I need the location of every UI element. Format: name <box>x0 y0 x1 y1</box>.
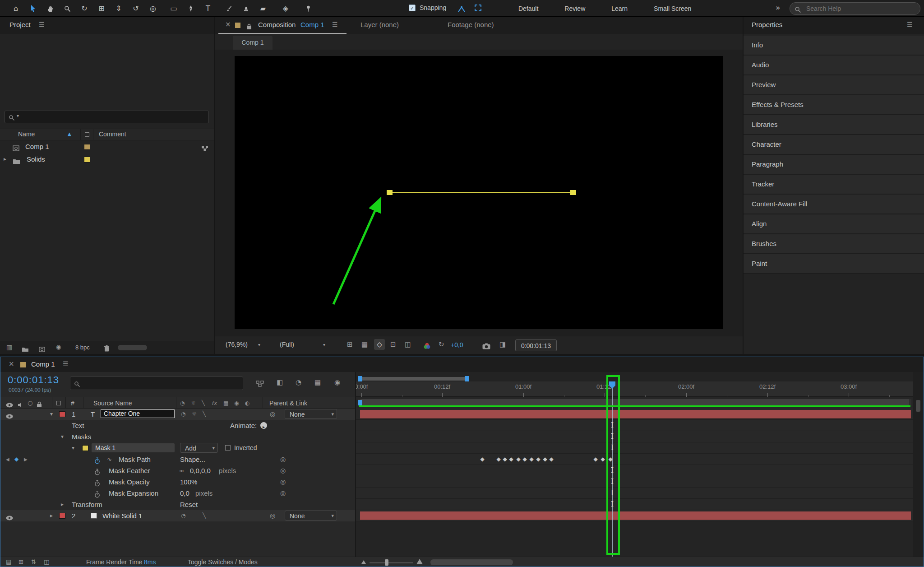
label-color-chip[interactable] <box>84 144 90 150</box>
transform-group-row[interactable]: ▸ Transform Reset <box>0 499 356 510</box>
mask-name-box[interactable]: Mask 1 <box>92 443 175 452</box>
stopwatch-icon[interactable] <box>94 479 100 487</box>
properties-item-brushes[interactable]: Brushes <box>744 234 924 254</box>
project-item-solids[interactable]: ▸ Solids <box>0 153 214 166</box>
timeline-panel-menu-icon[interactable]: ☰ <box>63 360 69 367</box>
mask-inverted-checkbox[interactable] <box>225 445 231 451</box>
toggle-switches-modes-button[interactable]: Toggle Switches / Modes <box>188 558 258 566</box>
adjust-levels-icon[interactable]: ◉ <box>56 344 61 350</box>
transform-group-label[interactable]: Transform <box>72 499 102 510</box>
number-column-label[interactable]: # <box>71 397 74 409</box>
flowchart-icon[interactable] <box>201 144 208 152</box>
constrain-link-icon[interactable]: ∞ <box>179 465 184 476</box>
mask-feather-row[interactable]: Mask Feather ∞ 0,0,0,0 pixels ◎ <box>0 465 356 476</box>
interpret-footage-icon[interactable]: ▥ <box>6 344 12 351</box>
keyframe-diamond[interactable]: ◆ <box>543 456 547 462</box>
eraser-tool-icon[interactable]: ▰ <box>258 0 268 17</box>
snapping-label[interactable]: Snapping <box>420 4 446 11</box>
properties-item-paragraph[interactable]: Paragraph <box>744 155 924 175</box>
keyframe-diamond[interactable]: ◆ <box>480 456 484 462</box>
resolution-dropdown[interactable]: (Full) <box>280 341 294 348</box>
mask-color-chip[interactable] <box>82 445 88 451</box>
rectangle-tool-icon[interactable]: ▭ <box>169 0 179 17</box>
rotation-tool-icon[interactable]: ↺ <box>131 0 141 17</box>
property-pickwhip-icon[interactable]: ◎ <box>280 454 286 465</box>
properties-item-character[interactable]: Character <box>744 135 924 155</box>
help-search-input[interactable] <box>805 4 915 14</box>
keyframe-diamond[interactable]: ◆ <box>509 456 513 462</box>
timeline-right-scrollbar[interactable] <box>913 372 924 557</box>
animate-menu-button[interactable]: ▸ <box>260 422 267 429</box>
workspace-tab-review[interactable]: Review <box>564 5 585 12</box>
mask-feather-value[interactable]: 0,0,0,0 <box>190 465 211 476</box>
horizontal-scrollbar-thumb[interactable] <box>430 559 513 565</box>
workspace-tab-small-screen[interactable]: Small Screen <box>654 5 691 12</box>
text-property-group-row[interactable]: Text Animate: ▸ <box>0 420 356 431</box>
masks-group-label[interactable]: Masks <box>72 431 91 442</box>
project-item-name[interactable]: Solids <box>27 155 45 163</box>
keyframe-diamond[interactable]: ◆ <box>503 456 507 462</box>
layer-expand-icon[interactable]: ▸ <box>50 510 53 521</box>
sort-ascending-icon[interactable]: ▲ <box>68 131 71 136</box>
property-pickwhip-icon[interactable]: ◎ <box>280 476 286 488</box>
pan-behind-tool-icon[interactable]: ◎ <box>148 0 158 17</box>
parent-dropdown[interactable]: None ▾ <box>285 409 337 419</box>
project-tab-label[interactable]: Project <box>9 21 31 28</box>
resolution-caret-icon[interactable]: ▾ <box>323 342 325 347</box>
project-bit-depth[interactable]: 8 bpc <box>75 344 90 351</box>
keyframe-diamond[interactable]: ◆ <box>593 456 597 462</box>
keyframe-diamond[interactable]: ◆ <box>496 456 500 462</box>
layer-name[interactable]: White Solid 1 <box>102 510 142 521</box>
properties-item-info[interactable]: Info <box>744 36 924 56</box>
snap-features-icon[interactable] <box>457 5 466 13</box>
lock-icon[interactable] <box>246 22 252 30</box>
layer-row-2[interactable]: ▸ 2 White Solid 1 ◔ ╲ ◎ None ▾ <box>0 510 356 521</box>
mask-inverted-label[interactable]: Inverted <box>234 442 257 454</box>
group-expand-icon[interactable]: ▸ <box>61 499 64 510</box>
mask-opacity-label[interactable]: Mask Opacity <box>109 476 150 488</box>
mask-expand-icon[interactable]: ▾ <box>72 442 74 454</box>
group-expand-icon[interactable]: ▾ <box>61 431 64 442</box>
masks-group-row[interactable]: ▾ Masks <box>0 431 356 442</box>
mask-path-label[interactable]: Mask Path <box>119 454 151 465</box>
grid-guides-icon[interactable]: ◫ <box>405 340 411 349</box>
mask-expansion-value[interactable]: 0,0 <box>180 488 189 499</box>
mask-path-value[interactable]: Shape... <box>180 454 205 465</box>
search-filter-caret-icon[interactable]: ▾ <box>17 113 19 118</box>
project-search-input[interactable] <box>26 112 199 122</box>
properties-item-align[interactable]: Align <box>744 214 924 234</box>
mask-vertex-handle-left[interactable] <box>387 190 393 195</box>
help-search-box[interactable] <box>790 2 920 15</box>
layer-quality-icon[interactable]: ☼ <box>192 409 197 420</box>
solo-column-icon[interactable]: ○ <box>28 398 32 408</box>
snapshot-camera-icon[interactable] <box>482 342 490 349</box>
properties-panel-menu-icon[interactable]: ☰ <box>907 21 913 28</box>
text-group-label[interactable]: Text <box>72 420 84 431</box>
mask-opacity-row[interactable]: Mask Opacity 100% ◎ <box>0 476 356 488</box>
hide-shy-layers-icon[interactable]: ◔ <box>296 378 301 386</box>
switch-motion-blur-icon[interactable]: ◉ <box>234 397 239 409</box>
layer-name-edit-box[interactable]: Chapter One <box>101 409 175 418</box>
layer-shy-icon[interactable]: ◔ <box>181 510 185 521</box>
expand-transfer-pane-icon[interactable]: ⊞ <box>18 558 23 565</box>
mask-1-row[interactable]: ▾ Mask 1 Add ▾ Inverted <box>0 442 356 454</box>
switch-draft-icon[interactable]: ╲ <box>202 397 205 409</box>
snapping-checkbox[interactable]: ✓ <box>409 5 416 11</box>
draft-3d-icon[interactable]: ◧ <box>277 378 283 386</box>
frame-blending-icon[interactable]: ▦ <box>314 378 321 386</box>
composition-canvas[interactable] <box>235 56 723 329</box>
new-folder-icon[interactable] <box>22 345 29 353</box>
column-name-label[interactable]: Name <box>18 130 35 138</box>
mask-visibility-icon[interactable]: ◇ <box>374 339 385 350</box>
project-panel-menu-icon[interactable]: ☰ <box>39 21 45 28</box>
video-column-eye-icon[interactable] <box>6 400 13 408</box>
reset-exposure-icon[interactable]: ↻ <box>439 340 444 349</box>
motion-blur-icon[interactable]: ◉ <box>334 378 340 386</box>
keyframe-diamond[interactable]: ◆ <box>536 456 540 462</box>
property-pickwhip-icon[interactable]: ◎ <box>280 488 286 499</box>
keyframe-at-time-icon[interactable]: ◆ <box>14 454 18 465</box>
timeline-search-box[interactable] <box>70 376 243 390</box>
properties-item-effects-presets[interactable]: Effects & Presets <box>744 95 924 115</box>
close-panel-icon[interactable]: × <box>225 20 231 28</box>
home-tool-icon[interactable]: ⌂ <box>11 0 21 17</box>
